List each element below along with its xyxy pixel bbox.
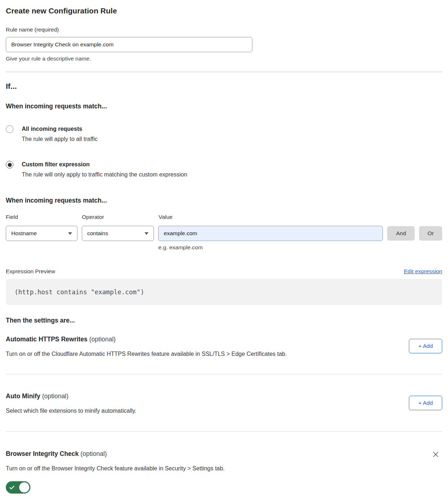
value-input[interactable] xyxy=(158,226,383,241)
setting-description: Turn on or off the Cloudflare Automatic … xyxy=(6,350,442,358)
or-button[interactable]: Or xyxy=(419,226,442,241)
add-automatic-https-rewrites-button[interactable]: + Add xyxy=(409,339,442,353)
expression-code: (http.host contains "example.com") xyxy=(14,288,144,296)
operator-select[interactable]: contains xyxy=(82,226,154,241)
optional-tag: (optional) xyxy=(79,450,107,457)
setting-automatic-https-rewrites: Automatic HTTPS Rewrites (optional) Turn… xyxy=(6,335,442,358)
radio-row-all-incoming: All incoming requests The rule will appl… xyxy=(6,125,442,143)
optional-tag: (optional) xyxy=(40,392,68,400)
setting-description: Select which file extensions to minify a… xyxy=(6,407,442,415)
add-auto-minify-button[interactable]: + Add xyxy=(409,396,442,410)
field-label: Field xyxy=(6,213,78,221)
if-heading: If... xyxy=(6,81,442,92)
browser-integrity-check-toggle[interactable] xyxy=(6,481,30,494)
divider xyxy=(6,431,442,432)
field-select-value: Hostname xyxy=(11,230,37,237)
setting-title: Auto Minify (optional) xyxy=(6,392,442,400)
operator-select-value: contains xyxy=(87,230,108,237)
radio-custom-filter[interactable] xyxy=(6,161,13,169)
match-heading: When incoming requests match... xyxy=(6,102,442,111)
value-column: e.g. example.com xyxy=(158,226,383,251)
expression-builder-heading: When incoming requests match... xyxy=(6,196,442,205)
and-button[interactable]: And xyxy=(387,226,415,241)
configuration-rule-form: Create new Configuration Rule Rule name … xyxy=(0,6,448,494)
check-icon xyxy=(9,485,15,490)
radio-all-incoming[interactable] xyxy=(6,125,13,133)
rule-name-label: Rule name (required) xyxy=(6,26,442,33)
value-helper: e.g. example.com xyxy=(158,244,383,251)
radio-all-incoming-label: All incoming requests xyxy=(22,125,98,133)
radio-texts: Custom filter expression The rule will o… xyxy=(22,161,187,179)
edit-expression-link[interactable]: Edit expression xyxy=(404,268,442,275)
close-icon[interactable] xyxy=(431,450,440,459)
builder-row: Hostname contains e.g. example.com And O… xyxy=(6,226,442,251)
setting-browser-integrity-check: Browser Integrity Check (optional) Turn … xyxy=(6,449,442,494)
expression-preview-box: (http.host contains "example.com") xyxy=(6,279,442,305)
expression-preview-label: Expression Preview xyxy=(6,268,55,275)
setting-title: Browser Integrity Check (optional) xyxy=(6,449,442,458)
setting-title: Automatic HTTPS Rewrites (optional) xyxy=(6,335,442,344)
rule-name-helper: Give your rule a descriptive name. xyxy=(6,55,442,62)
radio-all-incoming-description: The rule will apply to all traffic xyxy=(22,135,98,143)
radio-texts: All incoming requests The rule will appl… xyxy=(22,125,98,143)
settings-heading: Then the settings are... xyxy=(6,316,442,325)
divider xyxy=(6,72,442,72)
field-select[interactable]: Hostname xyxy=(6,226,78,241)
page-title: Create new Configuration Rule xyxy=(6,6,442,16)
radio-custom-filter-label: Custom filter expression xyxy=(22,161,187,169)
radio-custom-filter-description: The rule will only apply to traffic matc… xyxy=(22,171,187,179)
builder-labels: Field Operator Value xyxy=(6,213,442,221)
setting-description: Turn on or off the Browser Integrity Che… xyxy=(6,465,442,473)
optional-tag: (optional) xyxy=(88,336,116,343)
radio-row-custom-filter: Custom filter expression The rule will o… xyxy=(6,161,442,179)
setting-auto-minify: Auto Minify (optional) Select which file… xyxy=(6,392,442,415)
chevron-down-icon xyxy=(68,232,72,235)
rule-name-input[interactable] xyxy=(6,37,252,52)
toggle-knob xyxy=(19,482,29,492)
divider xyxy=(6,374,442,374)
value-label: Value xyxy=(159,213,383,221)
operator-label: Operator xyxy=(82,213,154,221)
expression-preview-header: Expression Preview Edit expression xyxy=(6,268,442,275)
chevron-down-icon xyxy=(145,232,148,235)
